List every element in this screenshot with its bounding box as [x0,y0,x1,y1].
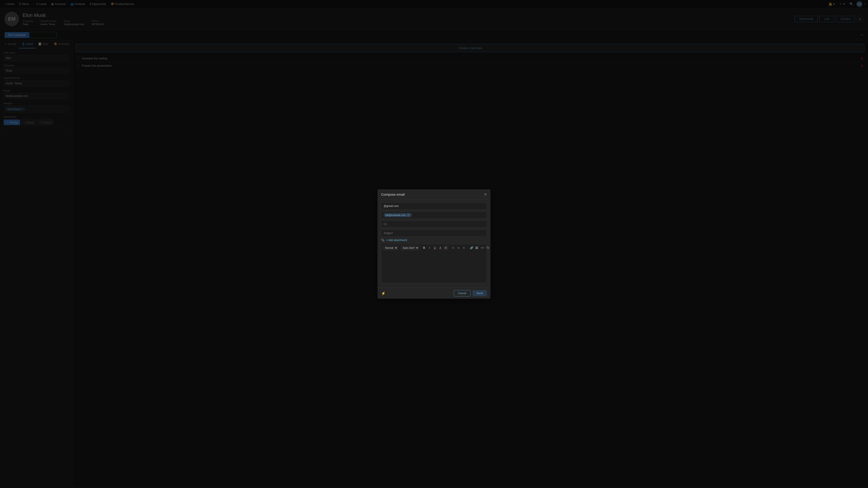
add-attachment-row[interactable]: 📎 + Add attachment [381,238,487,242]
modal-header: Compose email ✕ [377,189,491,200]
lightning-icon[interactable]: ⚡ [381,291,385,295]
modal-overlay[interactable]: Compose email ✕ @gmail.com ldk@example.c… [0,0,868,488]
email-from-field[interactable]: @gmail.com [381,202,487,210]
clear-format-button[interactable]: Tx [485,246,490,250]
italic-button[interactable]: I [427,246,432,250]
remove-to-tag[interactable]: ✕ [407,214,410,217]
compose-send-button[interactable]: Send [472,290,487,296]
attachment-icon: 📎 [381,238,384,242]
modal-close-button[interactable]: ✕ [484,193,487,196]
modal-footer: ⚡ Cancel Send [377,288,491,299]
modal-body: @gmail.com ldk@example.com ✕ 📎 + Add att… [377,200,491,288]
modal-action-buttons: Cancel Send [454,290,487,296]
compose-email-modal: Compose email ✕ @gmail.com ldk@example.c… [377,189,491,299]
unordered-list-button[interactable]: ≡ [456,246,461,250]
ordered-list-button[interactable]: ≡ [451,246,455,250]
email-cc-field[interactable] [381,221,487,228]
highlight-button[interactable]: A [443,246,448,250]
align-button[interactable]: ≡ [462,246,466,250]
modal-title: Compose email [381,193,405,196]
email-editor-area[interactable] [381,252,487,283]
font-color-button[interactable]: A [438,246,442,250]
bold-button[interactable]: B [422,246,426,250]
compose-cancel-button[interactable]: Cancel [454,290,471,296]
font-select[interactable]: Sans Serif [401,246,419,250]
link-button[interactable]: 🔗 [469,246,473,250]
format-select[interactable]: Normal [383,246,398,250]
code-button[interactable]: <> [480,246,484,250]
email-subject-field[interactable] [381,230,487,237]
email-to-field[interactable]: ldk@example.com ✕ [381,212,487,219]
email-to-tag: ldk@example.com ✕ [383,213,412,217]
email-editor-toolbar: Normal Sans Serif B I U A A ≡ ≡ ≡ 🔗 🖼 [381,244,487,252]
underline-button[interactable]: U [433,246,437,250]
image-button[interactable]: 🖼 [474,246,479,250]
